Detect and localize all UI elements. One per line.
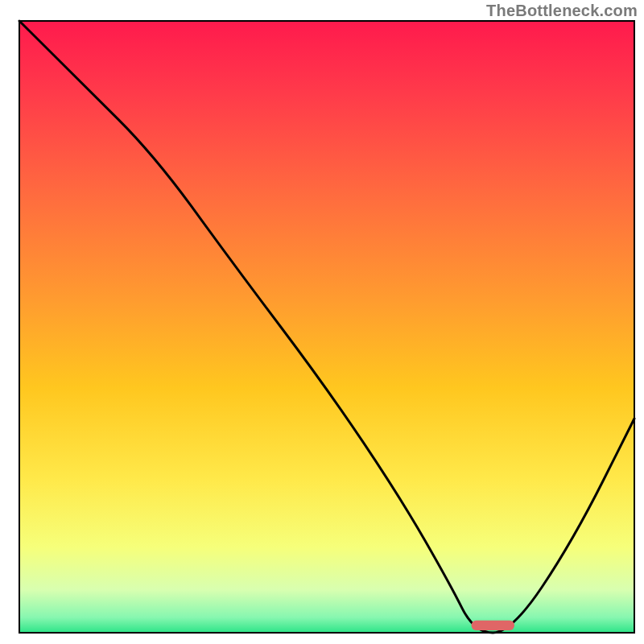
optimal-marker	[472, 621, 514, 630]
chart-root: TheBottleneck.com	[0, 0, 644, 644]
watermark-text: TheBottleneck.com	[486, 2, 638, 20]
chart-canvas	[0, 0, 644, 644]
